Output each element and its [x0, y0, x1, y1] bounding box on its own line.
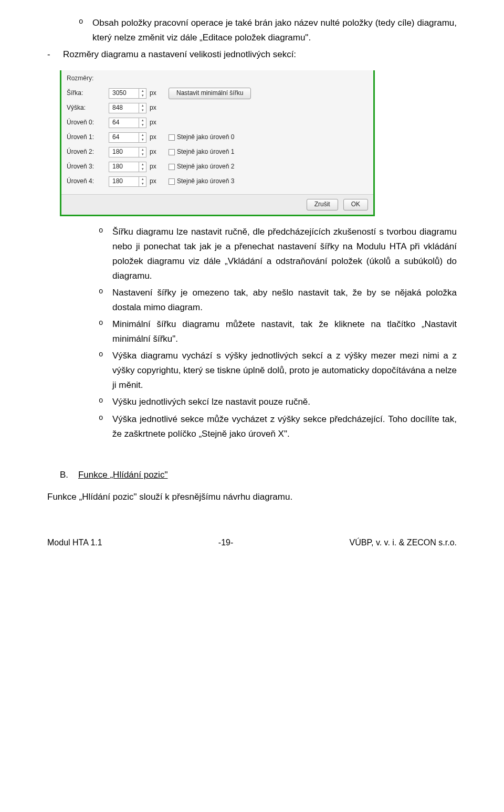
unit-label: px [150, 176, 162, 187]
bullet-marker: o [87, 286, 112, 315]
row-level4: Úroveň 4: 180 ▴▾ px Stejně jako úroveň 3 [67, 174, 368, 189]
checkbox-label: Stejně jako úroveň 0 [177, 132, 234, 143]
unit-label: px [150, 88, 162, 99]
paragraph-text: Šířku diagramu lze nastavit ručně, dle p… [112, 225, 457, 283]
field-label: Úroveň 3: [67, 162, 109, 172]
bullet-marker: o [87, 395, 112, 409]
bullet-marker: o [87, 349, 112, 393]
footer-left: Modul HTA 1.1 [47, 536, 102, 550]
dialog-button-row: Zrušit OK [61, 194, 373, 215]
unit-label: px [150, 132, 162, 143]
page-footer: Modul HTA 1.1 -19- VÚBP, v. v. i. & ZECO… [47, 536, 457, 550]
level2-spinner[interactable]: 180 ▴▾ [109, 147, 146, 157]
row-level3: Úroveň 3: 180 ▴▾ px Stejně jako úroveň 2 [67, 160, 368, 174]
field-label: Úroveň 1: [67, 132, 109, 143]
level1-spinner[interactable]: 64 ▴▾ [109, 132, 146, 143]
unit-label: px [150, 162, 162, 172]
spinner-buttons[interactable]: ▴▾ [139, 177, 146, 186]
level0-spinner[interactable]: 64 ▴▾ [109, 118, 146, 128]
spinner-value: 180 [112, 176, 123, 187]
paragraph-text: Výška diagramu vychází s výšky jednotliv… [112, 349, 457, 393]
list-item: - Rozměry diagramu a nastavení velikosti… [47, 47, 457, 62]
bullet-marker: o [87, 317, 112, 346]
section-title: Funkce „Hlídání pozic" [78, 470, 167, 480]
list-item: o Výška diagramu vychází s výšky jednotl… [87, 349, 457, 393]
same-as-level1-checkbox[interactable]: Stejně jako úroveň 1 [169, 147, 234, 157]
paragraph-text: Minimální šířku diagramu můžete nastavit… [112, 317, 457, 346]
section-heading: B. Funkce „Hlídání pozic" [60, 468, 457, 482]
list-item: o Obsah položky pracovní operace je také… [67, 16, 457, 45]
same-as-level0-checkbox[interactable]: Stejně jako úroveň 0 [169, 132, 234, 143]
row-level0: Úroveň 0: 64 ▴▾ px [67, 115, 368, 130]
paragraph-text: Funkce „Hlídání pozic" slouží k přesnějš… [47, 490, 457, 504]
bullet-marker: - [47, 47, 63, 62]
height-spinner[interactable]: 848 ▴▾ [109, 103, 146, 113]
bullet-marker: o [87, 412, 112, 441]
checkbox-label: Stejně jako úroveň 3 [177, 176, 234, 187]
row-level1: Úroveň 1: 64 ▴▾ px Stejně jako úroveň 0 [67, 130, 368, 145]
ok-button[interactable]: OK [343, 199, 368, 210]
checkbox-label: Stejně jako úroveň 1 [177, 147, 234, 157]
row-level2: Úroveň 2: 180 ▴▾ px Stejně jako úroveň 1 [67, 145, 368, 160]
spinner-buttons[interactable]: ▴▾ [139, 147, 146, 157]
list-item: o Výška jednotlivé sekce může vycházet z… [87, 412, 457, 441]
unit-label: px [150, 147, 162, 157]
checkbox-icon [169, 149, 175, 155]
spinner-buttons[interactable]: ▴▾ [139, 103, 146, 113]
paragraph-text: Nastavení šířky je omezeno tak, aby nešl… [112, 286, 457, 315]
button-label: Nastavit minimální šířku [176, 88, 243, 99]
unit-label: px [150, 103, 162, 113]
button-label: OK [351, 199, 360, 210]
spinner-value: 3050 [112, 88, 127, 99]
field-label: Úroveň 2: [67, 147, 109, 157]
button-label: Zrušit [314, 199, 330, 210]
row-width: Šířka: 3050 ▴▾ px Nastavit minimální šíř… [67, 86, 368, 101]
spinner-value: 180 [112, 147, 123, 157]
same-as-level3-checkbox[interactable]: Stejně jako úroveň 3 [169, 176, 234, 187]
checkbox-icon [169, 164, 175, 170]
footer-right: VÚBP, v. v. i. & ZECON s.r.o. [350, 536, 457, 550]
field-label: Výška: [67, 103, 109, 113]
level3-spinner[interactable]: 180 ▴▾ [109, 162, 146, 172]
list-item: o Nastavení šířky je omezeno tak, aby ne… [87, 286, 457, 315]
field-label: Šířka: [67, 88, 109, 99]
spinner-value: 848 [112, 103, 123, 113]
cancel-button[interactable]: Zrušit [307, 199, 338, 210]
bullet-marker: o [87, 225, 112, 283]
footer-center: -19- [218, 536, 233, 550]
set-min-width-button[interactable]: Nastavit minimální šířku [169, 88, 251, 99]
settings-dialog: Rozměry: Šířka: 3050 ▴▾ px Nastavit mini… [60, 70, 375, 216]
spinner-buttons[interactable]: ▴▾ [139, 118, 146, 128]
checkbox-icon [169, 134, 175, 141]
level4-spinner[interactable]: 180 ▴▾ [109, 176, 146, 187]
spinner-buttons[interactable]: ▴▾ [139, 162, 146, 172]
paragraph-text: Výška jednotlivé sekce může vycházet z v… [112, 412, 457, 441]
same-as-level2-checkbox[interactable]: Stejně jako úroveň 2 [169, 162, 234, 172]
group-label: Rozměry: [67, 73, 368, 84]
paragraph-text: Výšku jednotlivých sekcí lze nastavit po… [112, 395, 457, 409]
spinner-buttons[interactable]: ▴▾ [139, 133, 146, 142]
list-item: o Výšku jednotlivých sekcí lze nastavit … [87, 395, 457, 409]
field-label: Úroveň 4: [67, 176, 109, 187]
section-letter: B. [60, 470, 68, 480]
paragraph-text: Obsah položky pracovní operace je také b… [92, 16, 457, 45]
unit-label: px [150, 118, 162, 128]
width-spinner[interactable]: 3050 ▴▾ [109, 88, 146, 99]
spinner-value: 64 [112, 118, 119, 128]
field-label: Úroveň 0: [67, 118, 109, 128]
checkbox-label: Stejně jako úroveň 2 [177, 162, 234, 172]
spinner-value: 64 [112, 132, 119, 143]
list-item: o Šířku diagramu lze nastavit ručně, dle… [87, 225, 457, 283]
spinner-value: 180 [112, 162, 123, 172]
bullet-marker: o [67, 16, 92, 45]
paragraph-text: Rozměry diagramu a nastavení velikosti j… [63, 47, 457, 62]
row-height: Výška: 848 ▴▾ px [67, 101, 368, 115]
list-item: o Minimální šířku diagramu můžete nastav… [87, 317, 457, 346]
checkbox-icon [169, 178, 175, 185]
spinner-buttons[interactable]: ▴▾ [139, 89, 146, 98]
